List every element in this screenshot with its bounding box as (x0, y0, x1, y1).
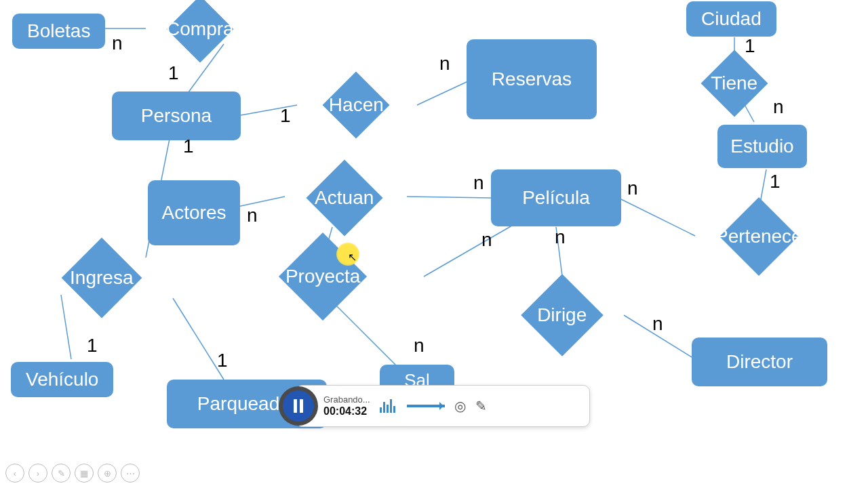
pen-tool-button[interactable]: ✎ (52, 464, 71, 483)
pause-button[interactable] (283, 390, 314, 422)
card-n-pelicula-proyecta: n (481, 229, 492, 251)
audio-level-icon (380, 399, 397, 413)
entity-actores[interactable]: Actores (148, 180, 240, 245)
card-1-persona-ingresa: 1 (183, 136, 194, 157)
entity-director[interactable]: Director (692, 338, 827, 386)
card-n-actores: n (247, 205, 258, 226)
recording-status: Grabando... (323, 394, 370, 406)
entity-boletas[interactable]: Boletas (12, 14, 105, 49)
card-1-compra-persona: 1 (168, 62, 179, 84)
svg-line-10 (618, 198, 695, 236)
svg-line-16 (336, 305, 400, 369)
rel-actuan[interactable]: Actuan (306, 159, 382, 236)
card-1-ingresa-vehiculo: 1 (87, 335, 98, 357)
presentation-toolbar[interactable]: ‹ › ✎ ▦ ⊕ ⋯ (5, 464, 140, 483)
rel-ingresa[interactable]: Ingresa (62, 238, 142, 319)
rel-dirige[interactable]: Dirige (521, 274, 604, 357)
svg-line-15 (173, 298, 224, 380)
entity-persona[interactable]: Persona (112, 92, 241, 140)
svg-line-14 (61, 295, 71, 359)
entity-reservas[interactable]: Reservas (467, 39, 597, 119)
rel-hacen[interactable]: Hacen (323, 72, 390, 139)
view-all-button[interactable]: ▦ (75, 464, 94, 483)
card-n-dirige-director: n (652, 313, 663, 335)
next-slide-button[interactable]: › (28, 464, 47, 483)
card-n-proyecta-sala: n (414, 335, 425, 357)
svg-line-3 (417, 81, 468, 105)
cursor-arrow-icon: ↖ (348, 251, 357, 264)
volume-slider[interactable] (407, 405, 445, 407)
rel-pertenece[interactable]: Pertenece (719, 197, 798, 276)
card-n-pelicula-dirige: n (555, 226, 566, 248)
entity-vehiculo[interactable]: Vehículo (11, 362, 113, 397)
entity-pelicula[interactable]: Película (491, 169, 621, 226)
entity-estudio[interactable]: Estudio (717, 125, 807, 168)
recording-time: 00:04:32 (323, 405, 370, 418)
webcam-icon[interactable]: ◎ (454, 398, 466, 414)
zoom-button[interactable]: ⊕ (98, 464, 117, 483)
screen-recorder-toolbar[interactable]: Grabando... 00:04:32 ◎ ✎ (296, 385, 590, 427)
card-n-actuan-pelicula: n (473, 172, 484, 194)
entity-ciudad[interactable]: Ciudad (686, 1, 776, 37)
card-n-tiene-estudio: n (773, 96, 784, 118)
rel-tiene[interactable]: Tiene (701, 50, 768, 117)
card-n-boletas: n (112, 33, 123, 54)
card-1-estudio-pertenece: 1 (770, 171, 781, 192)
more-button[interactable]: ⋯ (121, 464, 140, 483)
card-n-hacen-reservas: n (439, 53, 450, 75)
svg-line-8 (424, 224, 515, 277)
svg-line-6 (407, 197, 492, 198)
card-1-ingresa-parqueadero: 1 (217, 350, 228, 371)
pencil-icon[interactable]: ✎ (475, 398, 487, 414)
rel-compra[interactable]: Compra (167, 0, 234, 62)
prev-slide-button[interactable]: ‹ (5, 464, 24, 483)
card-n-pelicula-pertenece: n (627, 178, 638, 199)
svg-line-5 (237, 197, 285, 207)
card-1-ciudad: 1 (745, 35, 755, 57)
card-1-persona-hacen: 1 (280, 105, 291, 127)
